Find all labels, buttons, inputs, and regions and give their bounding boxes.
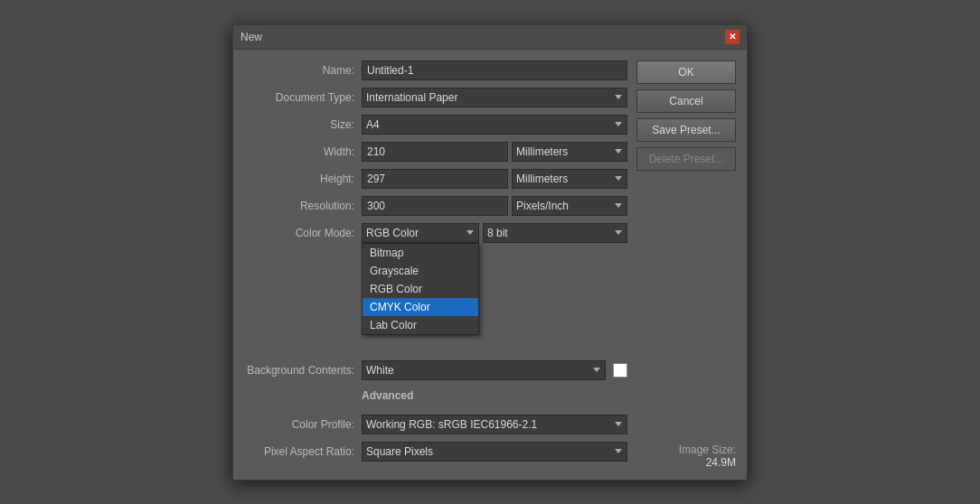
ok-button[interactable]: OK	[636, 61, 736, 84]
bg-contents-pair: White	[362, 360, 627, 380]
color-profile-row: Color Profile: Working RGB: sRGB IEC6196…	[244, 415, 627, 434]
dropdown-item-rgb[interactable]: RGB Color	[363, 280, 478, 298]
color-mode-label: Color Mode:	[244, 227, 362, 239]
image-size-section: Image Size: 24.9M	[636, 425, 736, 469]
height-input[interactable]	[362, 169, 508, 189]
cancel-button[interactable]: Cancel	[636, 89, 736, 113]
bit-depth-select[interactable]: 8 bit	[483, 223, 627, 243]
doc-type-row: Document Type: International Paper	[244, 88, 627, 107]
name-input[interactable]	[362, 61, 627, 80]
name-row: Name:	[244, 61, 627, 80]
dropdown-item-bitmap[interactable]: Bitmap	[363, 244, 478, 262]
advanced-row: Advanced	[244, 387, 627, 411]
delete-preset-button: Delete Preset...	[636, 147, 736, 171]
dropdown-item-lab[interactable]: Lab Color	[363, 316, 478, 334]
color-profile-label: Color Profile:	[244, 418, 362, 431]
resolution-unit-select[interactable]: Pixels/Inch	[512, 196, 627, 216]
pixel-aspect-label: Pixel Aspect Ratio:	[244, 445, 362, 458]
resolution-row: Resolution: Pixels/Inch	[244, 196, 627, 216]
form-section: Name: Document Type: International Paper…	[244, 61, 627, 469]
width-row: Width: Millimeters	[244, 142, 627, 162]
bg-contents-row: Background Contents: White	[244, 360, 627, 380]
white-swatch	[613, 363, 627, 378]
image-size-label: Image Size:	[636, 443, 736, 456]
name-label: Name:	[244, 64, 362, 77]
dialog-body: Name: Document Type: International Paper…	[233, 50, 747, 480]
bg-contents-label: Background Contents:	[244, 364, 362, 377]
resolution-input[interactable]	[362, 196, 508, 216]
doc-type-select[interactable]: International Paper	[362, 88, 627, 107]
new-document-dialog: New ✕ Name: Document Type: International…	[232, 24, 748, 481]
bg-contents-select[interactable]: White	[362, 360, 606, 380]
dialog-title: New	[240, 31, 262, 43]
doc-type-label: Document Type:	[244, 91, 362, 104]
resolution-label: Resolution:	[244, 200, 362, 212]
color-mode-row: Color Mode: RGB Color Bitmap Grayscale R…	[244, 223, 627, 243]
resolution-pair: Pixels/Inch	[362, 196, 627, 216]
color-mode-dropdown: Bitmap Grayscale RGB Color CMYK Color La…	[362, 243, 479, 335]
width-unit-select[interactable]: Millimeters	[512, 142, 627, 162]
height-row: Height: Millimeters	[244, 169, 627, 189]
size-select[interactable]: A4	[362, 115, 627, 135]
height-pair: Millimeters	[362, 169, 627, 189]
buttons-section: OK Cancel Save Preset... Delete Preset..…	[636, 61, 736, 469]
dropdown-item-grayscale[interactable]: Grayscale	[363, 262, 478, 280]
color-mode-select-wrapper: RGB Color Bitmap Grayscale RGB Color CMY…	[362, 223, 479, 243]
size-row: Size: A4	[244, 115, 627, 135]
save-preset-button[interactable]: Save Preset...	[636, 118, 736, 142]
color-mode-select[interactable]: RGB Color	[362, 223, 479, 243]
height-unit-select[interactable]: Millimeters	[512, 169, 627, 189]
close-button[interactable]: ✕	[725, 30, 740, 44]
width-label: Width:	[244, 145, 362, 158]
image-size-value: 24.9M	[636, 456, 736, 469]
pixel-aspect-row: Pixel Aspect Ratio: Square Pixels	[244, 442, 627, 462]
dropdown-item-cmyk[interactable]: CMYK Color	[363, 298, 478, 316]
size-label: Size:	[244, 118, 362, 131]
height-label: Height:	[244, 173, 362, 185]
width-input[interactable]	[362, 142, 508, 162]
width-pair: Millimeters	[362, 142, 627, 162]
dialog-titlebar: New ✕	[233, 25, 747, 50]
color-profile-select[interactable]: Working RGB: sRGB IEC61966-2.1	[362, 415, 627, 434]
advanced-section-header: Advanced	[362, 387, 413, 404]
pixel-aspect-select[interactable]: Square Pixels	[362, 442, 627, 462]
color-mode-pair: RGB Color Bitmap Grayscale RGB Color CMY…	[362, 223, 627, 243]
